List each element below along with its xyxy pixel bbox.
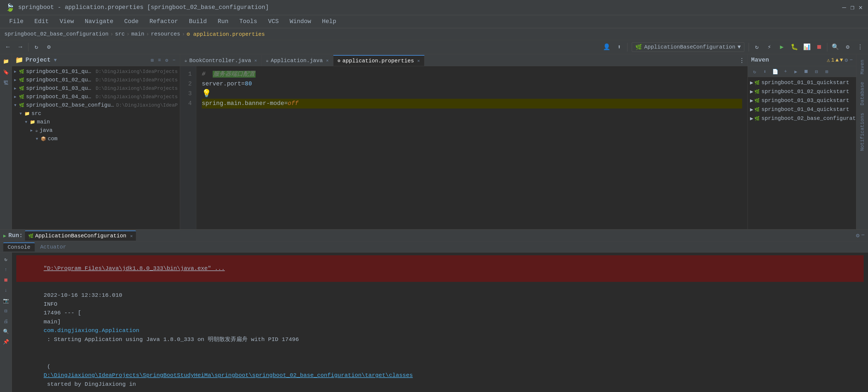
maven-exec-btn[interactable]: ▶ xyxy=(791,67,801,76)
rsidebar-maven[interactable]: Maven xyxy=(858,56,867,78)
menu-help[interactable]: Help xyxy=(317,17,341,27)
sidebar-icon-project[interactable]: 📁 xyxy=(1,56,11,66)
toolbar-sep-3 xyxy=(749,43,749,52)
tab-close-application[interactable]: ✕ xyxy=(326,58,329,63)
panel-minimize-btn[interactable]: − xyxy=(861,232,865,239)
panel-settings-btn[interactable]: ⚙ xyxy=(856,232,860,239)
rsidebar-database[interactable]: Database xyxy=(858,79,867,109)
code-value-2: 80 xyxy=(245,79,252,89)
console-restart-btn[interactable]: ↻ xyxy=(1,255,10,264)
restore-button[interactable]: ❐ xyxy=(850,3,854,11)
tree-item-quickstart4[interactable]: ▶ 🌿 springboot_01_04_quickstart D:\DingJ… xyxy=(12,92,180,101)
console-tab-actuator[interactable]: Actuator xyxy=(36,243,70,251)
maven-item-2[interactable]: ▶ 🌿 springboot_01_02_quickstart xyxy=(748,87,856,96)
tab-application[interactable]: ☕ Application.java ✕ xyxy=(261,55,333,66)
tree-item-main[interactable]: ▼ 📁 main xyxy=(12,118,180,126)
console-filter-btn[interactable]: 🔍 xyxy=(1,327,10,336)
project-gear-btn[interactable]: ⚙ xyxy=(164,57,169,64)
toolbar-update-btn[interactable]: ⬆ xyxy=(614,41,625,53)
console-scroll-up-btn[interactable]: ↑ xyxy=(1,265,10,274)
project-panel-arrow-down[interactable]: ▼ xyxy=(53,57,58,63)
project-expand-btn[interactable]: ⊞ xyxy=(150,57,155,64)
console-stop-btn[interactable]: ⏹ xyxy=(1,275,10,284)
tab-close-bookcontroller[interactable]: ✕ xyxy=(254,58,257,63)
toolbar-search-btn[interactable]: 🔍 xyxy=(830,41,841,53)
tab-close-properties[interactable]: ✕ xyxy=(417,58,420,63)
menu-run[interactable]: Run xyxy=(213,17,234,27)
breadcrumb-main[interactable]: main xyxy=(131,31,144,37)
menu-build[interactable]: Build xyxy=(184,17,212,27)
breadcrumb-src[interactable]: src xyxy=(115,31,125,37)
run-config-selector[interactable]: 🌿 ApplicationBaseConfiguration ▼ xyxy=(632,42,744,52)
run-config-arrow: ▼ xyxy=(738,44,741,50)
maven-close-btn[interactable]: − xyxy=(849,57,853,63)
tree-item-java[interactable]: ▶ ☕ java xyxy=(12,126,180,134)
menu-edit[interactable]: Edit xyxy=(30,17,54,27)
maven-item-5[interactable]: ▶ 🌿 springboot_02_base_configuration xyxy=(748,114,856,123)
maven-item-3[interactable]: ▶ 🌿 springboot_01_03_quickstart xyxy=(748,96,856,105)
project-minus-btn[interactable]: − xyxy=(172,57,177,63)
breadcrumb-file[interactable]: ⚙ application.properties xyxy=(187,31,265,37)
maven-refresh-btn[interactable]: ↻ xyxy=(750,67,759,76)
tree-item-quickstart3[interactable]: ▶ 🌿 springboot_01_03_quickstart D:\DingJ… xyxy=(12,84,180,92)
menu-window[interactable]: Window xyxy=(285,17,316,27)
toolbar-sync-btn[interactable]: ↻ xyxy=(31,41,42,53)
console-pin-btn[interactable]: 📌 xyxy=(1,337,10,346)
sidebar-icon-structure[interactable]: 🏗 xyxy=(1,78,11,88)
toolbar-forward-btn[interactable]: → xyxy=(14,41,26,53)
toolbar-debug-btn[interactable]: 🐛 xyxy=(788,41,800,53)
maven-download-btn[interactable]: ⬇ xyxy=(760,67,770,76)
run-tab-config[interactable]: 🌿 ApplicationBaseConfiguration ✕ xyxy=(25,231,136,241)
tree-path-2: D:\DingJiaxiong\IdeaProjects xyxy=(96,77,178,83)
toolbar-profile-btn[interactable]: 👤 xyxy=(601,41,613,53)
console-output[interactable]: "D:\Program Files\Java\jdk1.8.0_333\bin\… xyxy=(12,252,868,392)
menu-navigate[interactable]: Navigate xyxy=(80,17,118,27)
breadcrumb-resources[interactable]: resources xyxy=(151,31,180,37)
tree-item-quickstart1[interactable]: ▶ 🌿 springboot_01_01_quickstart D:\DingJ… xyxy=(12,67,180,76)
minimize-button[interactable]: — xyxy=(842,4,846,11)
console-scroll-down-btn[interactable]: ↓ xyxy=(1,286,10,295)
menu-refactor[interactable]: Refactor xyxy=(145,17,183,27)
menu-vcs[interactable]: VCS xyxy=(263,17,284,27)
sidebar-icon-bookmark[interactable]: 🔖 xyxy=(1,67,11,77)
run-tab-close[interactable]: ✕ xyxy=(130,233,133,239)
toolbar-refresh-btn[interactable]: ↻ xyxy=(751,41,763,53)
maven-stop-btn[interactable]: ⏹ xyxy=(802,67,811,76)
maven-settings-btn[interactable]: ⚙ xyxy=(845,57,848,63)
menu-view[interactable]: View xyxy=(55,17,79,27)
console-tab-console[interactable]: Console xyxy=(3,243,35,251)
project-collapse-btn[interactable]: ≡ xyxy=(157,57,162,63)
toolbar-stop-btn[interactable]: ⏹ xyxy=(813,41,825,53)
tab-bookcontroller[interactable]: ☕ BookController.java ✕ xyxy=(180,55,261,66)
menu-tools[interactable]: Tools xyxy=(235,17,262,27)
maven-collapse-btn[interactable]: ⊟ xyxy=(812,67,821,76)
toolbar-back-btn[interactable]: ← xyxy=(2,41,13,53)
maven-source-btn[interactable]: 📄 xyxy=(771,67,780,76)
console-fold-btn[interactable]: ⊟ xyxy=(1,306,10,315)
maven-item-4[interactable]: ▶ 🌿 springboot_01_04_quickstart xyxy=(748,105,856,114)
tree-item-quickstart2[interactable]: ▶ 🌿 springboot_01_02_quickstart D:\DingJ… xyxy=(12,76,180,84)
maven-item-1[interactable]: ▶ 🌿 springboot_01_01_quickstart xyxy=(748,78,856,87)
toolbar-hotswap-btn[interactable]: ⚡ xyxy=(764,41,775,53)
tab-properties[interactable]: ⚙ application.properties ✕ xyxy=(333,55,425,66)
maven-warning-badge[interactable]: ⚠ 1 ▲ ▼ xyxy=(827,57,843,63)
tree-item-src[interactable]: ▼ 📁 src xyxy=(12,109,180,118)
close-button[interactable]: ✕ xyxy=(859,3,863,11)
tree-item-com[interactable]: ▼ 📦 com xyxy=(12,134,180,143)
menu-file[interactable]: File xyxy=(4,17,29,27)
toolbar-more-btn[interactable]: ⋮ xyxy=(855,41,866,53)
console-print-btn[interactable]: 🖨 xyxy=(1,316,10,326)
menu-code[interactable]: Code xyxy=(119,17,144,27)
console-camera-btn[interactable]: 📷 xyxy=(1,296,10,305)
maven-arrow-2: ▶ xyxy=(750,88,753,95)
toolbar-coverage-btn[interactable]: 📊 xyxy=(801,41,812,53)
toolbar-run-btn[interactable]: ▶ xyxy=(776,41,787,53)
toolbar-settings2-btn[interactable]: ⚙ xyxy=(842,41,854,53)
toolbar-settings-btn[interactable]: ⚙ xyxy=(43,41,55,53)
maven-expand-btn[interactable]: ⊞ xyxy=(822,67,831,76)
rsidebar-notifications[interactable]: Notifications xyxy=(858,110,867,154)
breadcrumb-root[interactable]: springboot_02_base_configuration xyxy=(4,31,108,37)
tabs-more-btn[interactable]: ⋮ xyxy=(736,55,748,66)
maven-add-btn[interactable]: + xyxy=(781,67,790,76)
tree-item-base-config[interactable]: ▼ 🌿 springboot_02_base_configuration D:\… xyxy=(12,101,180,109)
